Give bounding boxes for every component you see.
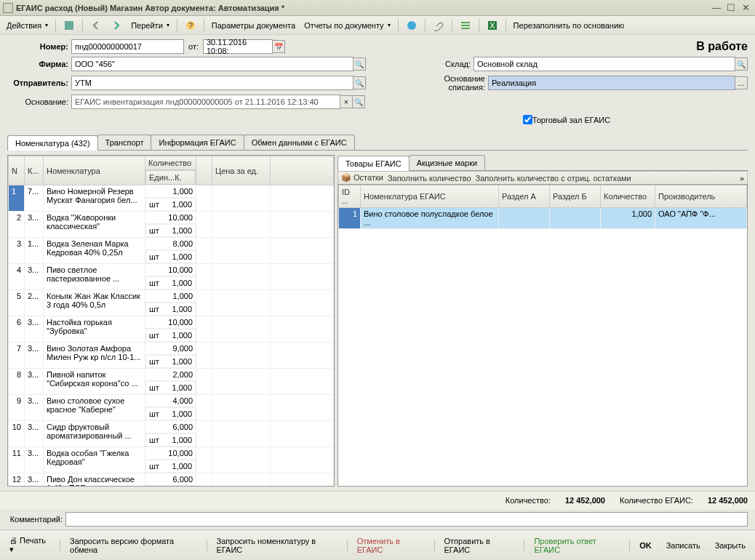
svg-rect-6 (461, 28, 470, 29)
bottom-toolbar: 🖨 Печать ▾ Запросить версию формата обме… (0, 529, 755, 560)
calendar-icon[interactable]: 📅 (272, 40, 285, 53)
app-icon (3, 3, 13, 13)
form-header: Номер: пнд000000000017 от: 30.11.2016 10… (0, 35, 755, 135)
tab-egais-info[interactable]: Информация ЕГАИС (151, 135, 244, 150)
close-form-button[interactable]: Закрыть (710, 538, 751, 553)
table-row[interactable]: 10 3... Сидр фруктовый ароматизированный… (9, 421, 334, 433)
left-table[interactable]: N К... Номенклатура Количество Цена за е… (7, 155, 335, 487)
table-row[interactable]: 11 3... Водка особая "Гжелка Кедровая" 1… (9, 447, 334, 460)
fill-qty-button[interactable]: Заполнить количество (388, 174, 471, 183)
status-label: В работе (696, 40, 748, 53)
tab-transport[interactable]: Транспорт (97, 135, 152, 150)
writeoff-select-icon[interactable]: … (735, 76, 748, 89)
col-section-b[interactable]: Раздел Б (550, 185, 601, 208)
globe-icon[interactable] (402, 17, 421, 33)
col-egais-nom[interactable]: Номенклатура ЕГАИС (361, 185, 499, 208)
svg-text:X: X (490, 21, 495, 30)
help-icon[interactable]: ? (181, 17, 200, 33)
refill-button[interactable]: Перезаполнить по основанию (510, 19, 628, 32)
egais-qty-label: Количество ЕГАИС: (620, 496, 693, 505)
writeoff-input[interactable]: Реализация (488, 76, 735, 90)
table-row[interactable]: 5 2... Коньяк Жан Жак Классик 3 года 40%… (9, 290, 334, 303)
svg-rect-5 (461, 25, 470, 26)
col-section-a[interactable]: Раздел А (499, 185, 550, 208)
save-button[interactable]: Записать (661, 538, 706, 553)
table-row[interactable]: 4 3... Пиво светлое пастеризованное ... … (9, 264, 334, 276)
window-title: ЕГАИС расход (Новый) Магазин Автор докум… (16, 4, 710, 12)
request-version-button[interactable]: Запросить версию формата обмена (65, 534, 202, 557)
table-row[interactable]: 2 3... Водка "Жаворонки классическая" 10… (9, 212, 334, 224)
from-label: от: (184, 42, 203, 51)
save-icon[interactable] (60, 17, 79, 33)
right-table[interactable]: ID ... Номенклатура ЕГАИС Раздел А Разде… (337, 184, 748, 487)
number-input[interactable]: пнд000000000017 (71, 39, 184, 54)
qty-value: 12 452,000 (565, 496, 605, 505)
attach-icon[interactable] (429, 17, 448, 33)
firm-input[interactable]: ООО "456" (71, 57, 353, 71)
tab-egais-exchange[interactable]: Обмен данными с ЕГАИС (244, 135, 355, 150)
doc-params-button[interactable]: Параметры документа (208, 19, 299, 32)
sender-lookup-icon[interactable]: 🔍 (353, 76, 366, 89)
number-label: Номер: (7, 42, 71, 51)
table-row[interactable]: 1Вино столовое полусладкое белое ...1,00… (339, 208, 747, 229)
request-nom-button[interactable]: Запросить номенклатуру в ЕГАИС (212, 534, 343, 557)
firm-lookup-icon[interactable]: 🔍 (353, 57, 366, 71)
check-egais-button[interactable]: Проверить ответ ЕГАИС (529, 534, 625, 557)
goto-menu[interactable]: Перейти (127, 19, 173, 32)
basis-lookup-icon[interactable]: 🔍 (352, 95, 365, 108)
comment-input[interactable] (65, 512, 748, 527)
date-input[interactable]: 30.11.2016 10:08: (203, 39, 273, 54)
col-k[interactable]: К... (25, 156, 44, 185)
cancel-egais-button[interactable]: Отменить в ЕГАИС (352, 534, 430, 557)
basis-input[interactable]: ЕГАИС инвентаризация пнд000000000005 от … (71, 95, 340, 109)
table-row[interactable]: 6 3... Настойка горькая "Зубровка" 10,00… (9, 316, 334, 329)
totals-bar: Количество: 12 452,000 Количество ЕГАИС:… (0, 491, 755, 509)
tab-egais-goods[interactable]: Товары ЕГАИС (337, 156, 410, 171)
maximize-button[interactable]: ☐ (724, 2, 738, 14)
col-price[interactable]: Цена за ед. (212, 156, 271, 185)
list-icon[interactable] (456, 17, 475, 33)
print-button[interactable]: 🖨 Печать ▾ (4, 533, 55, 557)
excel-icon[interactable]: X (483, 17, 502, 33)
firm-label: Фирма: (7, 60, 71, 68)
minimize-button[interactable]: — (710, 2, 723, 14)
nav-right-icon[interactable] (107, 17, 126, 33)
table-row[interactable]: 3 1... Водка Зеленая Марка Кедровая 40% … (9, 238, 334, 250)
col-egais-qty[interactable]: Количество (601, 185, 655, 208)
warehouse-label: Склад: (434, 60, 474, 68)
col-id[interactable]: ID ... (339, 185, 361, 208)
table-row[interactable]: 9 3... Вино столовое сухое красное "Кабе… (9, 395, 334, 407)
svg-rect-4 (461, 22, 470, 23)
main-toolbar: Действия Перейти ? Параметры документа О… (0, 16, 755, 35)
remains-button[interactable]: 📦 Остатки (341, 173, 383, 183)
table-row[interactable]: 8 3... Пивной напиток "Сибирская корона"… (9, 369, 334, 381)
fill-neg-button[interactable]: Заполнить количество с отриц. остатками (476, 174, 631, 183)
writeoff-label: Основание списания: (434, 74, 488, 92)
svg-point-3 (407, 21, 416, 30)
col-qty[interactable]: Количество (145, 156, 196, 170)
send-egais-button[interactable]: Отправить в ЕГАИС (439, 534, 520, 557)
nav-left-icon[interactable] (87, 17, 105, 33)
table-row[interactable]: 1 7... Вино Номерной Резерв Мускат Фанаг… (9, 185, 334, 198)
col-producer[interactable]: Производитель (655, 185, 747, 208)
basis-clear-icon[interactable]: × (340, 95, 353, 108)
basis-label: Основание: (7, 97, 71, 106)
actions-menu[interactable]: Действия (3, 19, 52, 32)
col-n[interactable]: N (9, 156, 25, 185)
warehouse-lookup-icon[interactable]: 🔍 (735, 57, 748, 71)
col-nom[interactable]: Номенклатура (44, 156, 145, 185)
sender-label: Отправитель: (7, 79, 71, 87)
reports-menu[interactable]: Отчеты по документу (300, 19, 394, 32)
sender-input[interactable]: УТМ (71, 76, 353, 90)
tab-excise[interactable]: Акцизные марки (409, 155, 486, 170)
ok-button[interactable]: OK (634, 538, 657, 553)
close-button[interactable]: ✕ (739, 2, 752, 14)
table-row[interactable]: 7 3... Вино Золотая Амфора Милен Руж кр … (9, 343, 334, 355)
egais-hall-checkbox[interactable]: Торговый зал ЕГАИС (523, 115, 610, 124)
right-toolbar: 📦 Остатки Заполнить количество Заполнить… (337, 171, 748, 184)
warehouse-input[interactable]: Основной склад (474, 57, 735, 71)
table-row[interactable]: 12 3... Пиво Дон классическое 1,42л ПЭТ … (9, 473, 334, 486)
tab-nomenclature[interactable]: Номенклатура (432) (7, 135, 98, 151)
egais-qty-value: 12 452,000 (708, 496, 748, 505)
more-icon[interactable]: » (740, 174, 744, 183)
